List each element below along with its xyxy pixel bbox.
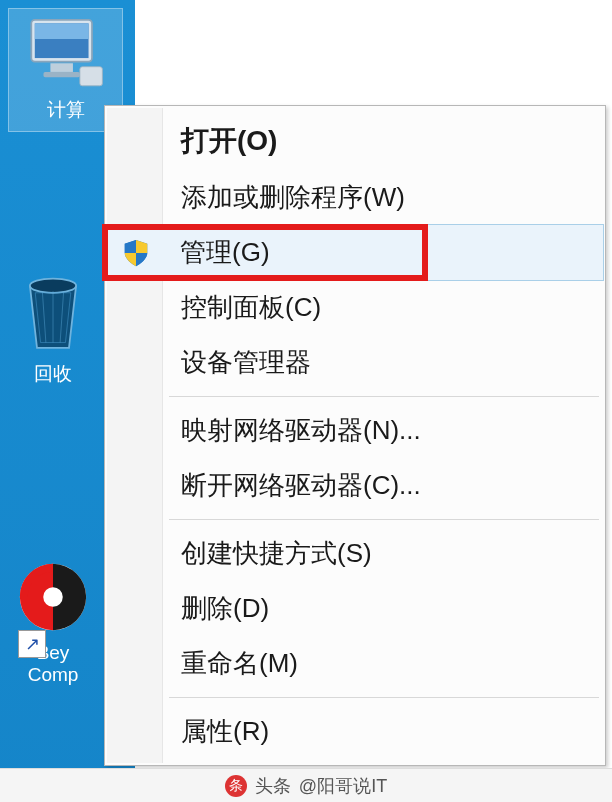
menu-item-label: 属性(R) bbox=[181, 714, 269, 749]
menu-item-control-panel[interactable]: 控制面板(C) bbox=[107, 280, 603, 335]
desktop-icon-label: 回收 bbox=[34, 361, 72, 387]
svg-rect-3 bbox=[50, 63, 73, 72]
watermark-author: @阳哥说IT bbox=[299, 774, 387, 798]
recycle-bin-icon bbox=[17, 275, 89, 355]
menu-item-label: 删除(D) bbox=[181, 591, 269, 626]
menu-item-label: 打开(O) bbox=[181, 122, 277, 160]
menu-item-map-network-drive[interactable]: 映射网络驱动器(N)... bbox=[107, 403, 603, 458]
menu-item-label: 断开网络驱动器(C)... bbox=[181, 468, 421, 503]
menu-separator bbox=[169, 697, 599, 698]
desktop-icon-recycle[interactable]: 回收 bbox=[8, 275, 98, 387]
menu-item-label: 重命名(M) bbox=[181, 646, 298, 681]
uac-shield-icon bbox=[121, 238, 151, 268]
menu-item-label: 映射网络驱动器(N)... bbox=[181, 413, 421, 448]
svg-rect-4 bbox=[43, 72, 79, 77]
svg-point-8 bbox=[43, 587, 63, 607]
menu-separator bbox=[169, 519, 599, 520]
desktop-icon-label: 计算 bbox=[47, 97, 85, 123]
menu-item-add-remove-programs[interactable]: 添加或删除程序(W) bbox=[107, 170, 603, 225]
beyond-compare-icon bbox=[14, 558, 92, 636]
watermark: 条 头条 @阳哥说IT bbox=[0, 768, 612, 802]
menu-item-manage[interactable]: 管理(G) bbox=[106, 224, 604, 281]
context-menu: 打开(O) 添加或删除程序(W) 管理(G) 控制面板(C) 设备管理器 映射网… bbox=[104, 105, 606, 766]
menu-item-label: 创建快捷方式(S) bbox=[181, 536, 372, 571]
menu-item-rename[interactable]: 重命名(M) bbox=[107, 636, 603, 691]
shortcut-arrow-icon: ↗ bbox=[18, 630, 46, 658]
menu-item-create-shortcut[interactable]: 创建快捷方式(S) bbox=[107, 526, 603, 581]
menu-item-label: 控制面板(C) bbox=[181, 290, 321, 325]
menu-item-delete[interactable]: 删除(D) bbox=[107, 581, 603, 636]
svg-rect-2 bbox=[34, 23, 88, 39]
menu-item-label: 设备管理器 bbox=[181, 345, 311, 380]
watermark-source: 头条 bbox=[255, 774, 291, 798]
menu-separator bbox=[169, 396, 599, 397]
menu-item-open[interactable]: 打开(O) bbox=[107, 112, 603, 170]
desktop-icon-beyond[interactable]: ↗ Bey Comp bbox=[8, 558, 98, 686]
menu-item-properties[interactable]: 属性(R) bbox=[107, 704, 603, 759]
menu-item-disconnect-network-drive[interactable]: 断开网络驱动器(C)... bbox=[107, 458, 603, 513]
computer-icon bbox=[22, 13, 110, 91]
menu-item-label: 添加或删除程序(W) bbox=[181, 180, 405, 215]
svg-rect-5 bbox=[79, 67, 102, 86]
svg-point-6 bbox=[30, 279, 76, 293]
menu-item-label: 管理(G) bbox=[180, 235, 270, 270]
menu-item-device-manager[interactable]: 设备管理器 bbox=[107, 335, 603, 390]
watermark-logo-icon: 条 bbox=[225, 775, 247, 797]
